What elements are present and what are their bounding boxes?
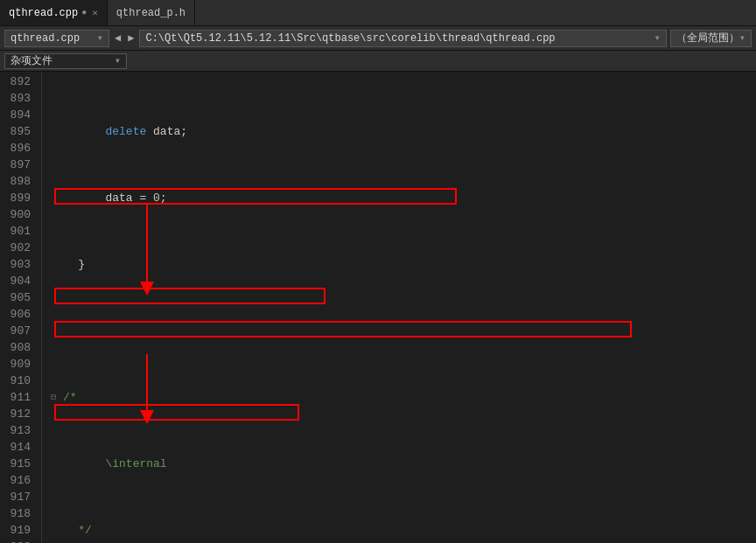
misc-arrow: ▾ bbox=[115, 54, 121, 67]
file-selector-arrow: ▾ bbox=[97, 31, 103, 45]
editor-wrapper: delete data; data = 0; } ⊟/* \internal bbox=[42, 72, 756, 543]
tab-qthread-cpp[interactable]: qthread.cpp ● ✕ bbox=[0, 0, 108, 25]
misc-file-selector[interactable]: 杂项文件 ▾ bbox=[4, 53, 127, 69]
code-line-892: delete data; bbox=[51, 123, 756, 140]
tab-modified-dot: ● bbox=[81, 8, 87, 17]
tab-label-2: qthread_p.h bbox=[116, 7, 186, 19]
code-line-898: */ bbox=[51, 522, 756, 539]
code-line-893: data = 0; bbox=[51, 190, 756, 206]
code-line-896: ⊟/* bbox=[51, 389, 756, 406]
file-selector-text: qthread.cpp bbox=[10, 32, 80, 45]
scope-selector[interactable]: （全局范围） ▾ bbox=[670, 30, 752, 47]
scope-text: （全局范围） bbox=[676, 31, 739, 45]
path-arrow: ▾ bbox=[654, 31, 661, 45]
toolbar-row2: 杂项文件 ▾ bbox=[0, 51, 756, 72]
file-path[interactable]: C:\Qt\Qt5.12.11\5.12.11\Src\qtbase\src\c… bbox=[139, 30, 666, 47]
toolbar-row1: qthread.cpp ▾ ◀ ▶ C:\Qt\Qt5.12.11\5.12.1… bbox=[0, 26, 756, 51]
code-line-897: \internal bbox=[51, 456, 756, 472]
editor: 892 893 894 895 896 897 898 899 900 901 … bbox=[0, 72, 756, 543]
misc-file-text: 杂项文件 bbox=[10, 53, 52, 68]
nav-back[interactable]: ◀ bbox=[113, 31, 122, 45]
tab-bar: qthread.cpp ● ✕ qthread_p.h bbox=[0, 0, 756, 26]
nav-forward[interactable]: ▶ bbox=[126, 31, 136, 45]
tab-qthread-p-h[interactable]: qthread_p.h bbox=[108, 0, 195, 25]
scope-arrow: ▾ bbox=[739, 31, 746, 45]
code-line-895 bbox=[51, 323, 756, 339]
code-content[interactable]: delete data; data = 0; } ⊟/* \internal bbox=[42, 72, 756, 543]
line-numbers: 892 893 894 895 896 897 898 899 900 901 … bbox=[0, 72, 42, 543]
collapse-896[interactable]: ⊟ bbox=[51, 389, 61, 406]
file-selector[interactable]: qthread.cpp ▾ bbox=[4, 30, 109, 47]
tab-label: qthread.cpp bbox=[9, 7, 78, 19]
file-path-text: C:\Qt\Qt5.12.11\5.12.11\Src\qtbase\src\c… bbox=[145, 32, 555, 45]
code-line-894: } bbox=[51, 256, 756, 273]
tab-close-qthread-cpp[interactable]: ✕ bbox=[92, 7, 98, 18]
